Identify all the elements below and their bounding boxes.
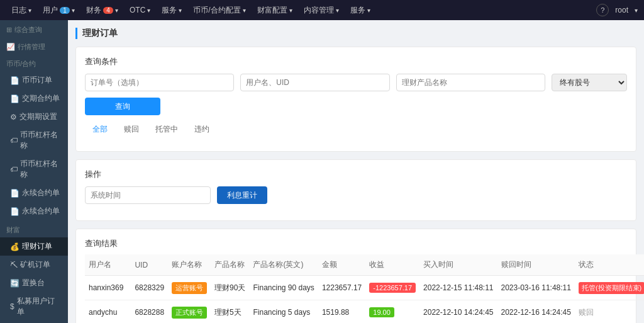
- status-badge: 赎回: [579, 308, 594, 317]
- sidebar: ⊞ 综合查询 📈 行情管理 币币/合约 📄 币币订单 📄 交期合约单 ⚙ 交期期…: [0, 20, 68, 323]
- user-label[interactable]: root: [615, 6, 628, 14]
- sidebar-swap-label: 置换台: [22, 278, 45, 288]
- col-username: 用户名: [85, 254, 131, 276]
- sidebar-leverage-label2: 币币杠杆名称: [20, 159, 62, 180]
- chart-icon: 📈: [6, 43, 15, 51]
- calc-interest-button[interactable]: 利息重计: [217, 186, 267, 204]
- sidebar-mining-label: 矿机订单: [20, 259, 50, 270]
- cell-amount: 1519.88: [318, 300, 365, 324]
- sidebar-item-futures-settings[interactable]: ⚙ 交期期设置: [0, 108, 68, 126]
- filter-tab-redeem[interactable]: 赎回: [116, 122, 147, 137]
- mining-icon: ⛏: [10, 261, 18, 269]
- cell-product-name: 理财90天: [211, 276, 249, 300]
- sidebar-item-financial-orders[interactable]: 💰 理财订单: [0, 237, 68, 256]
- top-navigation: 日志 ▾ 用户 1 ▾ 财务 4 ▾ OTC ▾ 服务 ▾ 币币/合约配置 ▾ …: [0, 0, 644, 20]
- nav-service[interactable]: 服务 ▾: [157, 0, 187, 20]
- filter-tab-breach[interactable]: 违约: [187, 122, 217, 137]
- cell-status: 托管(投资期限结束): [575, 276, 644, 300]
- tag-icon: 🏷: [10, 136, 18, 145]
- sidebar-perpetual-label1: 永续合约单: [22, 188, 60, 198]
- dollar-icon: $: [10, 302, 14, 311]
- cell-buy-time: 2022-12-10 14:24:45: [419, 300, 497, 324]
- results-card: 查询结果 用户名 UID 账户名称 产品名称 产品名称(英文) 金额 收益 买入…: [75, 229, 636, 323]
- user-dropdown-icon[interactable]: ▾: [635, 7, 638, 14]
- filter-tab-all[interactable]: 全部: [85, 122, 115, 137]
- help-icon[interactable]: ?: [596, 4, 609, 16]
- sidebar-private-orders-label: 私募用户订单: [17, 296, 62, 317]
- sidebar-leverage-label1: 币币杠杆名称: [20, 130, 62, 151]
- grid-icon: ⊞: [6, 26, 12, 34]
- nav-otc[interactable]: OTC ▾: [125, 0, 155, 20]
- cell-username: hanxin369: [85, 276, 131, 300]
- stock-number-select[interactable]: 终有股号: [552, 74, 627, 91]
- sidebar-item-swap[interactable]: 🔄 置换台: [0, 274, 68, 292]
- sidebar-item-private-orders[interactable]: $ 私募用户订单: [0, 292, 68, 321]
- results-table: 用户名 UID 账户名称 产品名称 产品名称(英文) 金额 收益 买入时间 赎回…: [85, 254, 644, 323]
- sidebar-group-market[interactable]: 📈 行情管理: [0, 37, 68, 54]
- sidebar-financial-orders-label: 理财订单: [22, 241, 52, 252]
- date-range-input[interactable]: [85, 186, 211, 204]
- cell-product-name-en: Financing 90 days: [249, 276, 318, 300]
- sidebar-crypto-orders-label: 币币订单: [22, 75, 52, 86]
- finance-badge: 4: [103, 7, 113, 14]
- cell-redeem-time: 2023-03-16 11:48:11: [497, 276, 575, 300]
- col-amount: 金额: [318, 254, 365, 276]
- search-card: 查询条件 终有股号 查询 全部 赎回 托管中 违约: [75, 47, 636, 152]
- user-uid-input[interactable]: [240, 74, 389, 91]
- doc-icon2: 📄: [10, 94, 19, 103]
- sidebar-market-label: 行情管理: [18, 42, 45, 52]
- cell-profit: 19.00: [365, 300, 419, 324]
- search-section-title: 查询条件: [85, 56, 627, 67]
- nav-logs[interactable]: 日志 ▾: [6, 0, 36, 20]
- main-content: 理财订单 查询条件 终有股号 查询 全部 赎回 托管中 违约: [68, 20, 644, 323]
- cell-profit: -1223657.17: [365, 276, 419, 300]
- sidebar-item-leverage-name1[interactable]: 🏷 币币杠杆名称: [0, 126, 68, 155]
- cell-amount: 1223657.17: [318, 276, 365, 300]
- sidebar-item-perpetual1[interactable]: 📄 永续合约单: [0, 184, 68, 202]
- sidebar-group-label: 综合查询: [14, 25, 42, 35]
- nav-service2[interactable]: 服务 ▾: [345, 0, 375, 20]
- sidebar-item-leverage-name2[interactable]: 🏷 币币杠杆名称: [0, 155, 68, 184]
- nav-finance[interactable]: 财务 4 ▾: [81, 0, 123, 20]
- cell-redeem-time: 2022-12-16 14:24:45: [497, 300, 575, 324]
- status-badge: 托管(投资期限结束): [579, 282, 644, 294]
- cell-status: 赎回: [575, 300, 644, 324]
- cell-product-name-en: Financing 5 days: [249, 300, 318, 324]
- col-account-status: 账户名称: [168, 254, 211, 276]
- sidebar-perpetual-label2: 永续合约单: [22, 206, 60, 217]
- cell-uid: 6828329: [131, 276, 168, 300]
- nav-crypto-config[interactable]: 币币/合约配置 ▾: [188, 0, 250, 20]
- cell-account-status: 运营账号: [168, 276, 211, 300]
- users-badge: 1: [60, 7, 70, 14]
- cell-account-status: 正式账号: [168, 300, 211, 324]
- filter-tabs: 全部 赎回 托管中 违约: [85, 122, 627, 137]
- nav-content-mgmt[interactable]: 内容管理 ▾: [299, 0, 344, 20]
- operations-section-title: 操作: [85, 169, 627, 180]
- sidebar-futures-label: 交期合约单: [22, 93, 60, 104]
- filter-tab-custody[interactable]: 托管中: [148, 122, 186, 137]
- operations-card: 操作 利息重计: [75, 159, 636, 221]
- right-icons-area: ? root ▾: [596, 4, 638, 16]
- swap-icon: 🔄: [10, 279, 19, 288]
- table-row: andychu 6828288 正式账号 理财5天 Financing 5 da…: [85, 300, 644, 324]
- col-product-name-en: 产品名称(英文): [249, 254, 318, 276]
- sidebar-group-comprehensive[interactable]: ⊞ 综合查询: [0, 20, 68, 37]
- product-name-input[interactable]: [396, 74, 545, 91]
- cell-buy-time: 2022-12-15 11:48:11: [419, 276, 497, 300]
- cell-username: andychu: [85, 300, 131, 324]
- order-number-input[interactable]: [85, 74, 234, 91]
- results-section-title: 查询结果: [85, 238, 627, 249]
- query-button[interactable]: 查询: [85, 98, 160, 115]
- sidebar-futures-settings-label: 交期期设置: [19, 111, 57, 122]
- tag-icon2: 🏷: [10, 165, 18, 174]
- wallet-icon: 💰: [10, 242, 19, 251]
- col-status: 状态: [575, 254, 644, 276]
- sidebar-item-mining-orders[interactable]: ⛏ 矿机订单: [0, 256, 68, 274]
- sidebar-item-perpetual2[interactable]: 📄 永续合约单: [0, 202, 68, 220]
- nav-wealth-config[interactable]: 财富配置 ▾: [252, 0, 297, 20]
- doc-icon4: 📄: [10, 207, 19, 216]
- nav-users[interactable]: 用户 1 ▾: [38, 0, 80, 20]
- sidebar-item-crypto-orders[interactable]: 📄 币币订单: [0, 71, 68, 89]
- sidebar-section-wealth: 财富: [0, 223, 68, 237]
- sidebar-item-futures-orders[interactable]: 📄 交期合约单: [0, 89, 68, 108]
